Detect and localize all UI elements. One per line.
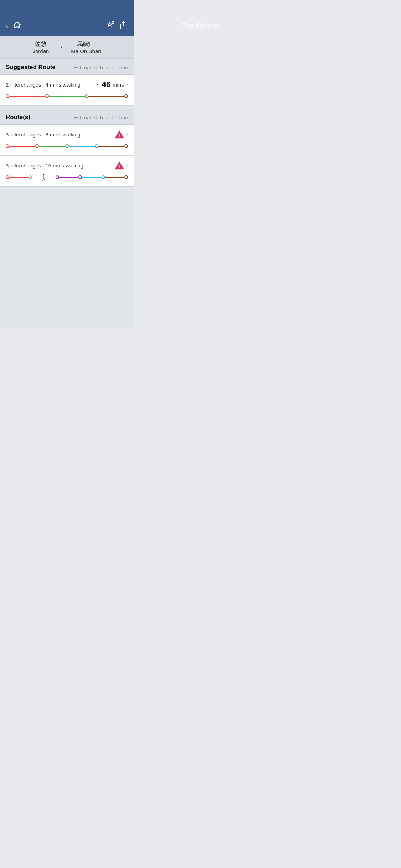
r2-seg-2 bbox=[59, 177, 78, 178]
origin-station: 佐敦 Jordan bbox=[32, 40, 49, 54]
back-button[interactable]: ‹ bbox=[6, 22, 8, 30]
origin-english: Jordan bbox=[32, 48, 49, 54]
seg-2 bbox=[49, 96, 85, 97]
route1-alert: ! › bbox=[114, 130, 128, 139]
suggested-route-diagram bbox=[6, 93, 128, 100]
route2-diagram: 🚶 bbox=[6, 174, 128, 181]
alert-icon-2: ! bbox=[114, 161, 125, 170]
origin-chinese: 佐敦 bbox=[32, 40, 49, 48]
r2-seg-1 bbox=[9, 177, 29, 178]
walk-icon: 🚶 bbox=[40, 173, 48, 181]
r2-dot-3 bbox=[56, 175, 59, 179]
route-arrow: → bbox=[56, 42, 64, 52]
r1-dot-4 bbox=[95, 144, 98, 148]
routes-subtitle: Estimated Transit Time bbox=[73, 114, 128, 120]
r1-dot-3 bbox=[65, 144, 69, 148]
dot-4 bbox=[124, 94, 128, 98]
r2-walk-line bbox=[32, 177, 39, 177]
r1-seg-1 bbox=[9, 146, 35, 147]
suggested-route-time: ~46 mins › bbox=[97, 80, 128, 89]
route-card-1[interactable]: 3 Interchanges | 8 mins walking ! › bbox=[0, 125, 134, 156]
suggested-route-header: Suggested Route Estimated Transit Time bbox=[0, 59, 134, 75]
dot-2 bbox=[45, 94, 49, 98]
destination-station: 馬鞍山 Ma On Shan bbox=[71, 40, 101, 54]
r1-seg-4 bbox=[98, 146, 124, 147]
r2-dot-5 bbox=[102, 175, 105, 179]
seg-3 bbox=[88, 96, 124, 97]
suggested-route-subtitle: Estimated Transit Time bbox=[73, 64, 128, 71]
route-header: 佐敦 Jordan → 馬鞍山 Ma On Shan bbox=[0, 36, 134, 59]
routes-title: Route(s) bbox=[6, 114, 30, 121]
routes-header: Route(s) Estimated Transit Time bbox=[0, 109, 134, 125]
r2-seg-3 bbox=[82, 177, 101, 178]
svg-text:!: ! bbox=[118, 133, 120, 138]
suggested-route-title: Suggested Route bbox=[6, 64, 56, 71]
r2-dot-4 bbox=[78, 175, 82, 179]
r2-seg-4 bbox=[105, 177, 124, 178]
nav-bar: ‹ Trip Planner + bbox=[0, 16, 134, 36]
route1-diagram bbox=[6, 143, 128, 150]
home-button[interactable] bbox=[12, 20, 22, 31]
route2-interchange-info: 3 Interchanges | 15 mins walking bbox=[6, 162, 83, 169]
route2-chevron: › bbox=[126, 162, 128, 169]
suggested-interchange-info: 2 Interchanges | 4 mins walking bbox=[6, 82, 81, 88]
status-bar bbox=[0, 0, 134, 16]
route1-chevron: › bbox=[126, 131, 128, 138]
r2-walk-line2 bbox=[48, 177, 56, 177]
r1-dot-5 bbox=[124, 144, 128, 148]
favorite-button[interactable]: + bbox=[106, 20, 115, 31]
r2-dot-2 bbox=[29, 175, 32, 179]
share-button[interactable] bbox=[119, 20, 128, 31]
separator-1 bbox=[0, 106, 134, 109]
r1-dot-2 bbox=[35, 144, 39, 148]
destination-english: Ma On Shan bbox=[71, 48, 101, 54]
r2-dot-6 bbox=[124, 175, 128, 179]
empty-area bbox=[0, 187, 134, 329]
r1-seg-2 bbox=[39, 146, 65, 147]
r1-dot-1 bbox=[6, 144, 9, 148]
route2-alert: ! › bbox=[114, 161, 128, 170]
dot-3 bbox=[85, 94, 88, 98]
route-card-2[interactable]: 3 Interchanges | 15 mins walking ! › 🚶 bbox=[0, 156, 134, 187]
dot-1 bbox=[6, 94, 9, 98]
alert-icon-1: ! bbox=[114, 130, 125, 139]
suggested-route-chevron: › bbox=[126, 81, 128, 88]
svg-text:!: ! bbox=[118, 164, 120, 169]
r1-seg-3 bbox=[69, 146, 95, 147]
seg-1 bbox=[9, 96, 45, 97]
destination-chinese: 馬鞍山 bbox=[71, 40, 101, 48]
svg-text:+: + bbox=[112, 21, 114, 24]
route1-interchange-info: 3 Interchanges | 8 mins walking bbox=[6, 131, 81, 138]
r2-dot-1 bbox=[6, 175, 9, 179]
suggested-route-card[interactable]: 2 Interchanges | 4 mins walking ~46 mins… bbox=[0, 75, 134, 106]
